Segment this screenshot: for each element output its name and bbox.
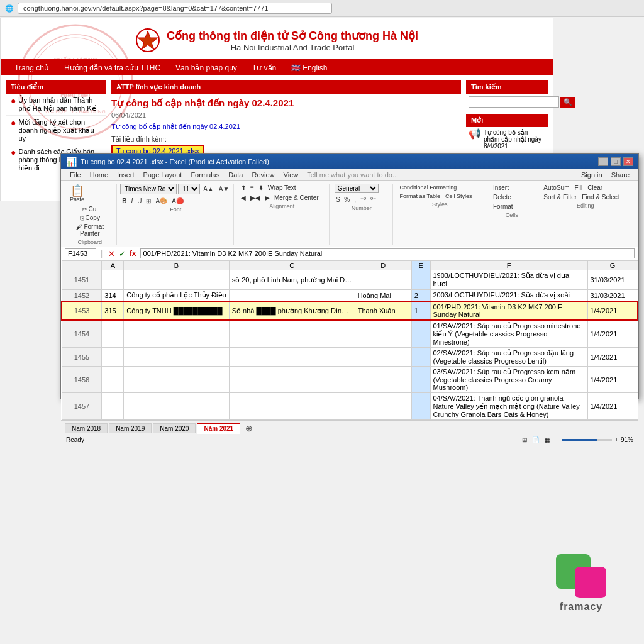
cell-g-0[interactable]: 31/03/2021 bbox=[587, 270, 638, 290]
cell-d-1[interactable]: Hoàng Mai bbox=[355, 290, 411, 302]
fill-color-button[interactable]: A🎨 bbox=[153, 197, 169, 205]
cell-g-3[interactable]: 1/4/2021 bbox=[587, 320, 638, 348]
increase-decimal-button[interactable]: ⁺⁰ bbox=[358, 196, 368, 204]
align-bottom-button[interactable]: ⬇ bbox=[257, 184, 265, 192]
cell-f-6[interactable]: 04/SAV/2021: Thanh ngũ cốc giòn granola … bbox=[430, 393, 587, 420]
comma-button[interactable]: % bbox=[342, 196, 352, 204]
table-row[interactable]: 1455 02/SAV/2021: Súp rau củ Progresso đ… bbox=[62, 348, 638, 367]
cell-c-2[interactable]: Số nhà ████ phường Khương Đình, quận Tha… bbox=[229, 301, 355, 320]
url-bar[interactable]: congthuong.hanoi.gov.vn/default.aspx?pag… bbox=[18, 3, 332, 14]
cell-f-0[interactable]: 1903/LOCTHUYDIEU/2021: Sữa dừa vị dưa hư… bbox=[430, 270, 587, 290]
cell-b-1[interactable]: Công ty cổ phần Lộc Thủy Điều bbox=[124, 290, 229, 302]
col-header-g[interactable]: G bbox=[587, 261, 638, 270]
excel-menu-insert[interactable]: Insert bbox=[113, 170, 138, 179]
sheet-tab-2020[interactable]: Năm 2020 bbox=[153, 423, 196, 433]
cell-b-2[interactable]: Công ty TNHH ██████████ bbox=[124, 301, 229, 320]
excel-menu-pagelayout[interactable]: Page Layout bbox=[140, 170, 186, 179]
cell-a-6[interactable] bbox=[102, 393, 124, 420]
format-cell-button[interactable]: Format bbox=[491, 203, 515, 211]
cell-e-3[interactable] bbox=[411, 320, 430, 348]
find-select-button[interactable]: Find & Select bbox=[580, 193, 621, 201]
excel-menu-formulas[interactable]: Formulas bbox=[187, 170, 223, 179]
sheet-add-button[interactable]: ⊕ bbox=[242, 422, 257, 435]
cell-f-1[interactable]: 2003/LOCTHUYDIEU/2021: Sữa dừa vị xoài bbox=[430, 290, 587, 302]
align-middle-button[interactable]: ≡ bbox=[248, 184, 256, 192]
cell-g-2[interactable]: 1/4/2021 bbox=[587, 301, 638, 320]
increase-font-button[interactable]: A▲ bbox=[201, 185, 216, 193]
sort-filter-button[interactable]: Sort & Filter bbox=[541, 193, 579, 201]
copy-button[interactable]: ⎘ Copy bbox=[67, 214, 113, 222]
cell-f-2[interactable]: 001/PHD 2021: Vitamin D3 K2 MK7 200IE Su… bbox=[430, 301, 587, 320]
cell-d-4[interactable] bbox=[355, 348, 411, 367]
excel-tell-me[interactable]: Tell me what you want to do... bbox=[303, 170, 576, 179]
align-top-button[interactable]: ⬆ bbox=[239, 184, 248, 192]
conditional-formatting-button[interactable]: Conditional Formatting bbox=[398, 184, 459, 191]
cell-e-6[interactable] bbox=[411, 393, 430, 420]
number-format-select[interactable]: General bbox=[335, 184, 379, 193]
italic-button[interactable]: I bbox=[129, 197, 135, 205]
bold-button[interactable]: B bbox=[120, 197, 128, 205]
align-left-button[interactable]: ◀ bbox=[239, 194, 248, 202]
table-row[interactable]: 1456 03/SAV/2021: Súp rau củ Progresso k… bbox=[62, 367, 638, 393]
cell-c-5[interactable] bbox=[229, 367, 355, 393]
excel-menu-home[interactable]: Home bbox=[86, 170, 112, 179]
format-painter-button[interactable]: 🖌 Format Painter bbox=[67, 223, 113, 238]
table-row[interactable]: 1452 314 Công ty cổ phần Lộc Thủy Điều H… bbox=[62, 290, 638, 302]
decrease-decimal-button[interactable]: ⁰⁻ bbox=[369, 196, 378, 204]
decrease-font-button[interactable]: A▼ bbox=[217, 185, 231, 193]
page-layout-icon[interactable]: 📄 bbox=[532, 436, 540, 443]
cell-g-4[interactable]: 1/4/2021 bbox=[587, 348, 638, 367]
delete-cell-button[interactable]: Delete bbox=[491, 193, 513, 201]
sidebar-item-0[interactable]: ● Ủy ban nhân dân Thành phố Hà Nội ban h… bbox=[6, 94, 106, 116]
cell-a-2[interactable]: 315 bbox=[102, 301, 124, 320]
cell-f-4[interactable]: 02/SAV/2021: Súp rau củ Progresso đậu lă… bbox=[430, 348, 587, 367]
nav-item-home[interactable]: Trang chủ bbox=[7, 60, 57, 75]
cell-e-4[interactable] bbox=[411, 348, 430, 367]
cell-f-3[interactable]: 01/SAV/2021: Súp rau củ Progresso minest… bbox=[430, 320, 587, 348]
cell-a-1[interactable]: 314 bbox=[102, 290, 124, 302]
decimal-button[interactable]: , bbox=[352, 196, 358, 204]
cell-d-5[interactable] bbox=[355, 367, 411, 393]
cell-c-6[interactable] bbox=[229, 393, 355, 420]
percent-button[interactable]: $ bbox=[335, 196, 342, 204]
underline-button[interactable]: U bbox=[135, 197, 143, 205]
cell-b-4[interactable] bbox=[124, 348, 229, 367]
zoom-out-button[interactable]: − bbox=[555, 436, 559, 443]
cell-e-5[interactable] bbox=[411, 367, 430, 393]
col-header-c[interactable]: C bbox=[229, 261, 355, 270]
font-name-select[interactable]: Times New Roman bbox=[120, 184, 177, 194]
col-header-b[interactable]: B bbox=[124, 261, 229, 270]
cell-d-6[interactable] bbox=[355, 393, 411, 420]
excel-minimize-button[interactable]: ─ bbox=[598, 157, 608, 166]
sheet-tab-2019[interactable]: Năm 2019 bbox=[109, 423, 152, 433]
table-row[interactable]: 1453 315 Công ty TNHH ██████████ Số nhà … bbox=[62, 301, 638, 320]
cell-a-3[interactable] bbox=[102, 320, 124, 348]
excel-menu-data[interactable]: Data bbox=[225, 170, 247, 179]
sheet-tab-2018[interactable]: Năm 2018 bbox=[65, 423, 108, 433]
nav-item-english[interactable]: 🇬🇧English bbox=[284, 60, 335, 75]
cell-g-6[interactable]: 1/4/2021 bbox=[587, 393, 638, 420]
merge-center-button[interactable]: Merge & Center bbox=[272, 194, 321, 202]
nav-item-vanban[interactable]: Văn bản pháp quy bbox=[168, 60, 245, 75]
align-center-button[interactable]: ▶◀ bbox=[248, 194, 262, 202]
nav-item-tuvan[interactable]: Tư vấn bbox=[245, 60, 284, 75]
col-header-d[interactable]: D bbox=[355, 261, 411, 270]
format-table-button[interactable]: Format as Table bbox=[398, 192, 442, 200]
normal-view-icon[interactable]: ⊞ bbox=[522, 436, 527, 443]
cell-d-3[interactable] bbox=[355, 320, 411, 348]
excel-menu-file[interactable]: File bbox=[66, 170, 85, 179]
zoom-slider[interactable] bbox=[562, 439, 612, 441]
insert-cell-button[interactable]: Insert bbox=[491, 184, 511, 192]
search-button[interactable]: 🔍 bbox=[560, 97, 575, 108]
article-body-link[interactable]: Tự công bố cập nhật đến ngày 02.4.2021 bbox=[111, 123, 461, 131]
table-row[interactable]: 1454 01/SAV/2021: Súp rau củ Progresso m… bbox=[62, 320, 638, 348]
cell-c-3[interactable] bbox=[229, 320, 355, 348]
sidebar-item-1[interactable]: ● Mời đăng ký xét chọn doanh nghiệp xuất… bbox=[6, 116, 106, 145]
nav-item-tthc[interactable]: Hướng dẫn và tra cứu TTHC bbox=[57, 60, 168, 75]
cell-d-0[interactable] bbox=[355, 270, 411, 290]
cell-g-5[interactable]: 1/4/2021 bbox=[587, 367, 638, 393]
cell-b-5[interactable] bbox=[124, 367, 229, 393]
cell-d-2[interactable]: Thanh Xuân bbox=[355, 301, 411, 320]
excel-close-button[interactable]: ✕ bbox=[623, 157, 633, 166]
cell-ref-input[interactable] bbox=[65, 248, 96, 258]
